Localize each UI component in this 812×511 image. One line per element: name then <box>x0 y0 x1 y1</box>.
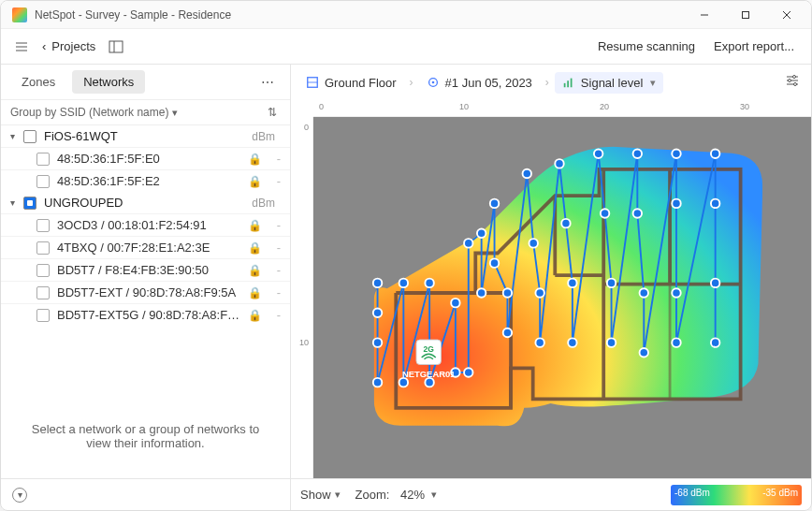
svg-rect-7 <box>109 41 123 52</box>
svg-point-94 <box>555 159 563 168</box>
lock-icon: 🔒 <box>248 241 262 255</box>
tab-zones[interactable]: Zones <box>10 70 66 94</box>
dbm-value: - <box>268 263 281 277</box>
svg-point-80 <box>451 299 459 307</box>
svg-point-110 <box>711 150 719 158</box>
checkbox[interactable] <box>36 175 50 188</box>
group-by-selector[interactable]: Group by SSID (Network name) ▾ ⇅ <box>1 99 290 125</box>
checkbox[interactable] <box>23 197 36 210</box>
dbm-value: - <box>268 308 281 322</box>
svg-point-103 <box>633 209 642 217</box>
network-group-header[interactable]: ▾FiOS-61WQTdBm <box>1 125 290 147</box>
lock-icon: 🔒 <box>248 309 262 322</box>
network-label: 3OCD3 / 00:18:01:F2:54:91 <box>57 218 242 232</box>
checkbox[interactable] <box>36 286 50 299</box>
lock-icon: 🔒 <box>248 219 262 232</box>
visualization-selector[interactable]: Signal level ▾ <box>555 72 664 94</box>
lock-icon: 🔒 <box>248 153 262 166</box>
network-item[interactable]: 48:5D:36:1F:5F:E2🔒- <box>1 169 290 192</box>
lock-icon: 🔒 <box>248 264 262 277</box>
sidebar: Zones Networks ⋯ Group by SSID (Network … <box>1 65 291 510</box>
svg-point-102 <box>633 150 642 158</box>
show-selector[interactable]: Show▾ <box>300 488 341 502</box>
checkbox[interactable] <box>36 264 50 277</box>
breadcrumb-snapshot[interactable]: #1 Jun 05, 2023 <box>419 72 540 94</box>
ruler-vertical: 010 <box>291 117 313 478</box>
lock-icon: 🔒 <box>248 175 262 188</box>
chevron-down-icon: ▾ <box>650 77 656 89</box>
group-by-label: Group by SSID (Network name) <box>10 106 168 119</box>
svg-point-100 <box>607 279 616 287</box>
minimize-button[interactable] <box>684 1 725 29</box>
checkbox[interactable] <box>36 153 50 166</box>
network-label: 48:5D:36:1F:5F:E0 <box>57 152 242 166</box>
svg-point-98 <box>594 150 602 158</box>
svg-point-19 <box>789 80 791 82</box>
expand-sidebar-icon[interactable]: ▾ <box>12 488 27 503</box>
svg-point-75 <box>373 378 382 387</box>
zoom-value: 42% <box>400 488 425 502</box>
dbm-value: - <box>268 241 281 255</box>
checkbox[interactable] <box>36 241 50 255</box>
more-icon[interactable]: ⋯ <box>255 71 281 94</box>
tab-networks[interactable]: Networks <box>72 70 145 94</box>
dbm-value: - <box>268 152 281 166</box>
svg-point-113 <box>711 338 719 346</box>
svg-point-91 <box>529 239 538 247</box>
layout-icon[interactable] <box>103 34 129 60</box>
network-item[interactable]: BD5T7-EXT / 90:8D:78:A8:F9:5A🔒- <box>1 281 290 303</box>
checkbox[interactable] <box>23 130 36 143</box>
maximize-button[interactable] <box>725 1 766 29</box>
group-name: UNGROUPED <box>44 196 252 210</box>
ap-name-label: NETGEAR01 <box>402 369 456 379</box>
network-item[interactable]: 3OCD3 / 00:18:01:F2:54:91🔒- <box>1 213 290 236</box>
sort-icon[interactable]: ⇅ <box>264 104 281 121</box>
chevron-right-icon: › <box>545 76 549 89</box>
svg-rect-15 <box>571 79 573 88</box>
close-button[interactable] <box>766 1 807 29</box>
svg-point-78 <box>425 279 433 287</box>
zoom-selector[interactable]: Zoom: 42% ▾ <box>355 488 438 502</box>
svg-point-96 <box>568 279 576 287</box>
network-item[interactable]: BD5T7 / F8:E4:FB:3E:90:50🔒- <box>1 258 290 281</box>
export-report-button[interactable]: Export report... <box>704 36 804 57</box>
network-item[interactable]: BD5T7-EXT5G / 90:8D:78:A8:F9:5C🔒- <box>1 303 290 326</box>
svg-point-99 <box>601 209 609 217</box>
network-label: BD5T7-EXT / 90:8D:78:A8:F9:5A <box>57 285 242 299</box>
group-name: FiOS-61WQT <box>44 129 252 143</box>
unit-label: dBm <box>252 130 275 143</box>
svg-point-101 <box>607 338 616 346</box>
checkbox[interactable] <box>36 219 50 232</box>
svg-point-97 <box>568 338 576 346</box>
lock-icon: 🔒 <box>248 286 262 299</box>
network-list[interactable]: ▾FiOS-61WQTdBm48:5D:36:1F:5F:E0🔒-48:5D:3… <box>1 125 290 394</box>
svg-point-17 <box>793 76 796 79</box>
zoom-label: Zoom: <box>355 488 390 502</box>
back-to-projects[interactable]: ‹ Projects <box>35 36 103 57</box>
svg-point-77 <box>399 378 408 387</box>
caret-icon: ▾ <box>10 197 23 208</box>
network-group-header[interactable]: ▾UNGROUPEDdBm <box>1 192 290 213</box>
heatmap-canvas[interactable]: 2G NETGEAR01 <box>313 117 811 478</box>
resume-scanning-button[interactable]: Resume scanning <box>588 36 704 57</box>
svg-point-12 <box>431 81 434 84</box>
svg-point-106 <box>672 150 680 158</box>
svg-point-88 <box>503 288 512 297</box>
network-item[interactable]: 48:5D:36:1F:5F:E0🔒- <box>1 147 290 169</box>
svg-point-92 <box>535 288 544 297</box>
main-toolbar: ‹ Projects Resume scanning Export report… <box>1 29 811 65</box>
settings-icon[interactable] <box>781 69 804 95</box>
svg-point-83 <box>464 239 472 247</box>
dbm-value: - <box>268 285 281 299</box>
checkbox[interactable] <box>36 309 50 322</box>
breadcrumb-floor[interactable]: Ground Floor <box>298 72 404 94</box>
svg-point-90 <box>523 169 531 178</box>
ap-band-label: 2G <box>424 344 435 354</box>
network-label: BD5T7 / F8:E4:FB:3E:90:50 <box>57 263 242 277</box>
svg-point-105 <box>640 348 648 357</box>
network-item[interactable]: 4TBXQ / 00:7F:28:E1:A2:3E🔒- <box>1 236 290 258</box>
hamburger-icon[interactable] <box>8 34 35 60</box>
signal-legend: -68 dBm -35 dBm <box>671 485 802 505</box>
chevron-right-icon: › <box>410 76 413 89</box>
snapshot-icon <box>427 76 440 89</box>
